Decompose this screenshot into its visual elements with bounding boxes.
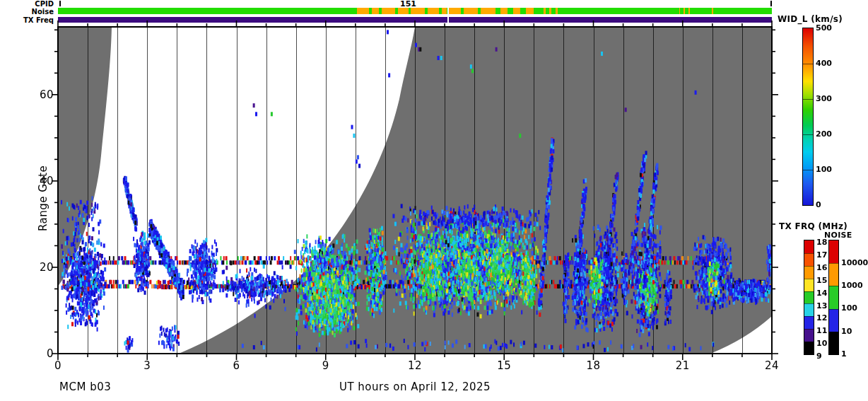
noisebar-segment [829,263,838,286]
noise-colorbar [828,240,839,355]
txfrq-scale-label: 16 [816,262,827,272]
txfrq-bar-segment [804,266,814,279]
widl-scale-label: 200 [816,129,832,139]
noisebar-segment [829,286,838,309]
txfrq-bar-segment [804,316,814,330]
txfrq-scale-label: 14 [816,288,827,297]
noisebar-segment [829,240,838,263]
txfrq-scale-label: 11 [816,326,827,335]
x-tick-label: 0 [54,359,61,372]
txfrq-scale-label: 9 [816,351,822,361]
noise-high-segment [428,8,439,14]
txfreq-strip [58,17,772,23]
noise-strip [58,8,772,14]
noise-high-segment [398,8,409,14]
noise-high-segment [513,8,521,14]
y-tick-label: 20 [28,261,54,274]
noise-high-segment [357,8,369,14]
strip-gap [447,8,449,14]
cpid-label: CPID [0,0,54,8]
txfrq-scale-label: 15 [816,275,827,284]
txfrq-bar-segment [804,329,814,342]
txfrq-bar-segment [804,240,814,253]
txfrq-bar-segment [804,279,814,292]
noise-high-segment [688,8,690,14]
x-tick-label: 9 [322,359,329,372]
widl-scale-tick [803,99,813,100]
noise-scale-label: 100 [841,303,857,313]
noise-high-segment [449,8,461,14]
noise-scale-label: 1 [841,349,847,358]
noisebar-segment [829,309,838,332]
txfrq-bar-segment [804,253,814,267]
noise-high-segment [556,8,558,14]
noise-high-segment [411,8,425,14]
noise-high-segment [481,8,495,14]
noise-high-segment [712,8,713,14]
txfrq-scale-label: 10 [816,339,827,348]
noise-label: Noise [0,8,54,16]
rti-plot-area [58,27,772,354]
txfrq-bar-segment [804,303,814,317]
x-tick-label: 18 [586,359,600,372]
widl-colorbar [802,28,814,206]
noise-high-segment [684,8,685,14]
noise-colorbar-title: NOISE [824,231,852,240]
x-tick-label: 24 [765,359,779,372]
txfrq-scale-label: 17 [816,250,827,259]
txfrq-scale-label: 12 [816,313,827,322]
x-tick-label: 3 [143,359,151,372]
txfrq-colorbar [804,240,814,355]
x-tick-label: 15 [497,359,511,372]
noise-high-segment [464,8,478,14]
x-tick-label: 6 [233,359,240,372]
noisebar-segment [829,332,838,355]
widl-scale-label: 400 [816,59,832,68]
noise-high-segment [526,8,534,14]
txfrq-scale-label: 13 [816,301,827,310]
noise-high-segment [500,8,508,14]
noise-high-segment [544,8,546,14]
noise-high-segment [442,8,447,14]
widl-scale-tick [803,64,813,64]
x-tick-label: 21 [676,359,690,372]
noise-scale-label: 10000 [841,258,868,267]
txfreq-label: TX Freq [0,16,54,24]
station-label: MCM b03 [59,380,111,393]
widl-scale-label: 0 [816,200,821,209]
widl-scale-tick [803,170,813,170]
y-tick-label: 0 [28,347,54,360]
txfrq-bar-segment [804,342,814,355]
txfrq-colorbar-title: TX FRQ (MHz) [779,221,848,231]
x-tick-label: 12 [408,359,422,372]
y-tick-label: 60 [28,88,54,101]
widl-scale-label: 500 [816,23,832,33]
txfrq-bar-segment [804,291,814,305]
noise-scale-label: 1000 [841,281,863,290]
noise-high-segment [382,8,395,14]
cpid-end-tick [770,1,772,6]
widl-scale-label: 300 [816,94,832,103]
widl-scale-tick [803,134,813,135]
noise-high-segment [679,8,681,14]
noise-high-segment [372,8,379,14]
cpid-start-tick [59,1,61,6]
x-axis-title: UT hours on April 12, 2025 [339,380,491,393]
strip-gap [447,17,449,23]
widl-scale-label: 100 [816,165,832,174]
noise-scale-label: 10 [841,326,852,335]
y-axis-title: Range Gate [37,165,49,231]
widl-colorbar-title: WID_L (km/s) [778,14,843,24]
noise-high-segment [549,8,551,14]
